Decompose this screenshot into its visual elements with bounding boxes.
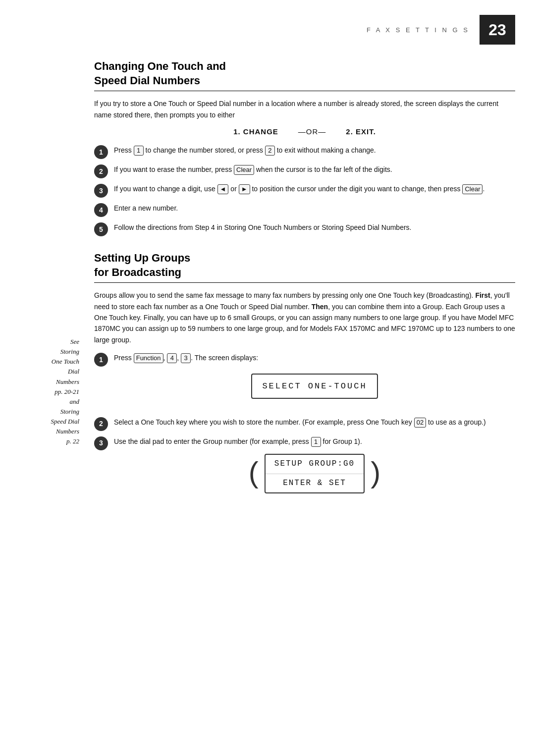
screen2-display: SETUP GROUP:G0 ENTER & SET [265, 454, 365, 493]
page-header: F A X S E T T I N G S 23 [0, 0, 535, 50]
screen2-line2: ENTER & SET [266, 474, 364, 493]
key-3: 3 [181, 353, 191, 363]
key-02: 02 [414, 418, 426, 428]
sidebar: SeeStoringOne TouchDialNumberspp. 20-21a… [20, 59, 89, 516]
section1-title: Changing One Touch and Speed Dial Number… [94, 59, 515, 88]
bracket-left-icon: ( [249, 458, 259, 487]
key-right: ► [239, 184, 250, 194]
section-label: F A X S E T T I N G S [367, 26, 470, 34]
step-5: 5 Follow the directions from Step 4 in S… [94, 222, 515, 236]
key-function: Function [134, 353, 163, 363]
key-clear-3: Clear [462, 184, 482, 194]
step-5-text: Follow the directions from Step 4 in Sto… [114, 222, 515, 233]
page: F A X S E T T I N G S 23 SeeStoringOne T… [0, 0, 535, 756]
change-or-exit-row: 1. CHANGE —OR— 2. EXIT. [94, 127, 515, 136]
screen1-display: SELECT ONE-TOUCH [251, 374, 377, 399]
broadcast-step-1-text: Press Function, 4, 3. The screen display… [114, 352, 515, 412]
broadcast-step-2-text: Select a One Touch key where you wish to… [114, 417, 515, 428]
section2-divider [94, 282, 515, 283]
step-3: 3 If you want to change a digit, use ◄ o… [94, 183, 515, 198]
bracket-right-icon: ) [371, 458, 380, 487]
exit-label: 2. EXIT. [346, 127, 376, 136]
main-content: SeeStoringOne TouchDialNumberspp. 20-21a… [0, 50, 535, 536]
key-1: 1 [134, 146, 144, 156]
screen2-line1: SETUP GROUP:G0 [266, 455, 364, 474]
step-number-4: 4 [94, 203, 108, 217]
step-3-text: If you want to change a digit, use ◄ or … [114, 183, 515, 194]
step-2-text: If you want to erase the number, press C… [114, 164, 515, 175]
key-clear-2: Clear [234, 165, 254, 175]
change-label: 1. CHANGE [233, 127, 278, 136]
section2-title: Setting Up Groups for Broadcasting [94, 251, 515, 279]
section-groups-broadcasting: Setting Up Groups for Broadcasting Group… [94, 251, 515, 501]
section2-intro: Groups allow you to send the same fax me… [94, 290, 515, 345]
page-number: 23 [480, 15, 515, 45]
broadcast-step-3-text: Use the dial pad to enter the Group numb… [114, 436, 515, 502]
screen1-wrapper: SELECT ONE-TOUCH [114, 369, 515, 404]
section1-divider [94, 91, 515, 91]
step-4-text: Enter a new number. [114, 203, 515, 214]
screen2-wrapper: ( SETUP GROUP:G0 ENTER & SET ) [114, 454, 515, 493]
section-changing-one-touch: Changing One Touch and Speed Dial Number… [94, 59, 515, 236]
step-2: 2 If you want to erase the number, press… [94, 164, 515, 178]
step-number-3: 3 [94, 184, 108, 198]
broadcast-step-number-2: 2 [94, 417, 108, 431]
step-number-5: 5 [94, 222, 108, 236]
key-left: ◄ [217, 184, 229, 194]
key-2: 2 [265, 146, 275, 156]
broadcast-step-number-1: 1 [94, 353, 108, 367]
screen2-with-brackets: ( SETUP GROUP:G0 ENTER & SET ) [249, 454, 380, 493]
key-1-group: 1 [311, 437, 321, 447]
step-1: 1 Press 1 to change the number stored, o… [94, 145, 515, 159]
broadcast-step-3: 3 Use the dial pad to enter the Group nu… [94, 436, 515, 502]
sidebar-text: SeeStoringOne TouchDialNumberspp. 20-21a… [20, 337, 79, 447]
step-number-2: 2 [94, 164, 108, 178]
body-content: Changing One Touch and Speed Dial Number… [89, 59, 515, 516]
key-4: 4 [167, 353, 177, 363]
broadcast-step-2: 2 Select a One Touch key where you wish … [94, 417, 515, 431]
section1-intro: If you try to store a One Touch or Speed… [94, 98, 515, 120]
or-label: —OR— [298, 127, 326, 136]
step-number-1: 1 [94, 145, 108, 159]
section2-steps: 1 Press Function, 4, 3. The screen displ… [94, 352, 515, 501]
broadcast-step-number-3: 3 [94, 436, 108, 450]
step-4: 4 Enter a new number. [94, 203, 515, 217]
step-1-text: Press 1 to change the number stored, or … [114, 145, 515, 156]
broadcast-step-1: 1 Press Function, 4, 3. The screen displ… [94, 352, 515, 412]
section1-steps: 1 Press 1 to change the number stored, o… [94, 145, 515, 236]
